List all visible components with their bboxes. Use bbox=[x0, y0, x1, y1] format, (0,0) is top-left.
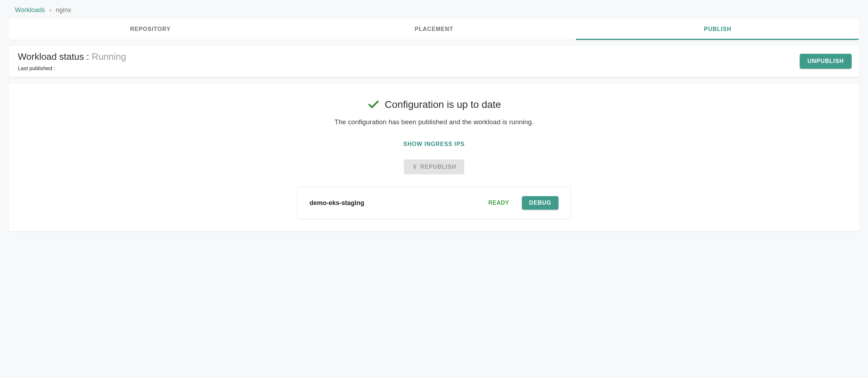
breadcrumb: Workloads nginx bbox=[9, 4, 859, 19]
cluster-status-badge: READY bbox=[488, 200, 509, 206]
tab-publish[interactable]: Publish bbox=[576, 19, 859, 40]
unpublish-button[interactable]: Unpublish bbox=[800, 54, 852, 69]
config-description: The configuration has been published and… bbox=[19, 118, 849, 126]
breadcrumb-current: nginx bbox=[56, 6, 71, 14]
tab-placement[interactable]: Placement bbox=[292, 19, 576, 40]
config-title: Configuration is up to date bbox=[385, 99, 501, 110]
workload-status-title: Workload status : Running bbox=[18, 51, 126, 62]
cluster-name: demo-eks-staging bbox=[309, 199, 364, 207]
chevron-right-icon bbox=[49, 6, 52, 14]
republish-label: Republish bbox=[420, 164, 456, 170]
check-icon bbox=[367, 98, 380, 111]
cluster-row: demo-eks-staging READY Debug bbox=[297, 187, 571, 219]
show-ingress-ips-button[interactable]: Show Ingress IPs bbox=[396, 137, 472, 152]
tab-repository[interactable]: Repository bbox=[9, 19, 292, 40]
status-card: Workload status : Running Last published… bbox=[9, 46, 859, 77]
upload-icon bbox=[412, 164, 418, 170]
workload-status-value: Running bbox=[92, 51, 126, 62]
config-card: Configuration is up to date The configur… bbox=[9, 83, 859, 231]
breadcrumb-root-link[interactable]: Workloads bbox=[15, 6, 45, 14]
debug-button[interactable]: Debug bbox=[522, 196, 559, 210]
last-published-label: Last published : bbox=[18, 65, 126, 71]
tabs: Repository Placement Publish bbox=[9, 19, 859, 40]
workload-status-label: Workload status : bbox=[18, 51, 89, 62]
republish-button[interactable]: Republish bbox=[404, 159, 464, 174]
